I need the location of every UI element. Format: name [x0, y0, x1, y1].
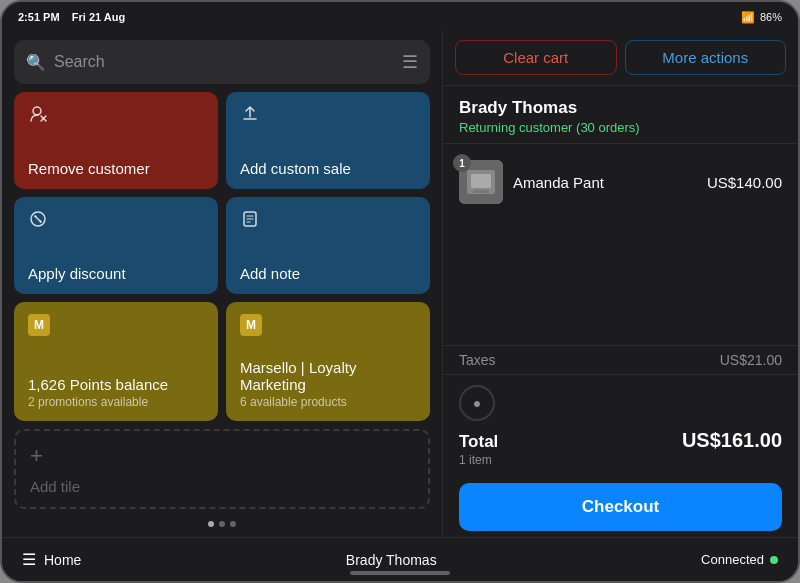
loyalty-points-label: 1,626 Points balance: [28, 376, 204, 393]
status-time-date: 2:51 PM Fri 21 Aug: [18, 11, 125, 23]
total-label-group: Total 1 item: [459, 432, 498, 467]
add-note-tile[interactable]: Add note: [226, 197, 430, 294]
item-price: US$140.00: [707, 174, 782, 191]
top-actions: Clear cart More actions: [443, 30, 798, 86]
connected-dot-icon: [770, 556, 778, 564]
device-frame: 2:51 PM Fri 21 Aug 📶 86% 🔍 Search ☰: [0, 0, 800, 583]
add-custom-sale-label: Add custom sale: [240, 160, 416, 177]
search-placeholder: Search: [54, 53, 394, 71]
marsello-tile[interactable]: M Marsello | Loyalty Marketing 6 availab…: [226, 302, 430, 421]
add-tile-label: Add tile: [30, 478, 414, 495]
connection-label: Connected: [701, 552, 764, 567]
add-custom-sale-tile[interactable]: Add custom sale: [226, 92, 430, 189]
marsello-subtitle-label: 6 available products: [240, 395, 416, 409]
right-panel: Clear cart More actions Brady Thomas Ret…: [442, 30, 798, 541]
connection-status: Connected: [701, 552, 778, 567]
status-bar: 2:51 PM Fri 21 Aug 📶 86%: [2, 2, 798, 30]
total-section: ● Total 1 item US$161.00: [443, 374, 798, 475]
status-indicators: 📶 86%: [741, 11, 782, 24]
add-custom-sale-icon: [240, 104, 416, 129]
checkout-button[interactable]: Checkout: [459, 483, 782, 531]
more-actions-button[interactable]: More actions: [625, 40, 787, 75]
customer-info: Brady Thomas Returning customer (30 orde…: [443, 86, 798, 144]
add-note-label: Add note: [240, 265, 416, 282]
svg-point-5: [35, 216, 37, 218]
wifi-icon: 📶: [741, 11, 755, 24]
svg-point-0: [33, 107, 41, 115]
add-note-icon: [240, 209, 416, 234]
discount-circle-button[interactable]: ●: [459, 385, 495, 421]
pagination: [14, 517, 430, 531]
search-icon: 🔍: [26, 53, 46, 72]
search-bar[interactable]: 🔍 Search ☰: [14, 40, 430, 84]
total-row: Total 1 item US$161.00: [459, 429, 782, 467]
home-indicator: [350, 571, 450, 575]
taxes-label: Taxes: [459, 352, 496, 368]
apply-discount-tile[interactable]: Apply discount: [14, 197, 218, 294]
marsello-label: Marsello | Loyalty Marketing: [240, 359, 416, 393]
item-name: Amanda Pant: [513, 174, 697, 191]
total-label: Total: [459, 432, 498, 452]
loyalty-icon: M: [28, 314, 50, 336]
svg-point-6: [40, 221, 42, 223]
svg-rect-13: [471, 174, 491, 188]
pagination-dot-3: [230, 521, 236, 527]
loyalty-promotions-label: 2 promotions available: [28, 395, 204, 409]
item-image-wrap: 1: [459, 160, 503, 204]
battery-icon: 86%: [760, 11, 782, 23]
left-panel: 🔍 Search ☰ Remove custome: [2, 30, 442, 541]
taxes-value: US$21.00: [720, 352, 782, 368]
home-nav[interactable]: ☰ Home: [22, 550, 81, 569]
svg-rect-14: [473, 190, 489, 193]
home-label: Home: [44, 552, 81, 568]
customer-name: Brady Thomas: [459, 98, 782, 118]
apply-discount-icon: [28, 209, 204, 234]
discount-circle-icon: ●: [473, 395, 481, 411]
remove-customer-tile[interactable]: Remove customer: [14, 92, 218, 189]
clear-cart-button[interactable]: Clear cart: [455, 40, 617, 75]
remove-customer-icon: [28, 104, 204, 129]
bottom-customer-name: Brady Thomas: [346, 552, 437, 568]
item-qty-badge: 1: [453, 154, 471, 172]
marsello-icon: M: [240, 314, 262, 336]
cart-items: 1 Amanda Pant US$140.00: [443, 144, 798, 345]
apply-discount-label: Apply discount: [28, 265, 204, 282]
pagination-dot-2: [219, 521, 225, 527]
total-amount: US$161.00: [682, 429, 782, 452]
customer-status: Returning customer (30 orders): [459, 120, 782, 135]
add-tile-icon: +: [30, 443, 414, 469]
tiles-grid: Remove customer Add custom sale: [14, 92, 430, 421]
main-container: 🔍 Search ☰ Remove custome: [2, 30, 798, 541]
cart-item[interactable]: 1 Amanda Pant US$140.00: [459, 152, 782, 212]
total-items: 1 item: [459, 453, 498, 467]
loyalty-points-tile[interactable]: M 1,626 Points balance 2 promotions avai…: [14, 302, 218, 421]
hamburger-icon: ☰: [22, 550, 36, 569]
taxes-row: Taxes US$21.00: [443, 345, 798, 374]
pagination-dot-1: [208, 521, 214, 527]
add-tile-button[interactable]: + Add tile: [14, 429, 430, 509]
barcode-icon[interactable]: ☰: [402, 51, 418, 73]
remove-customer-label: Remove customer: [28, 160, 204, 177]
